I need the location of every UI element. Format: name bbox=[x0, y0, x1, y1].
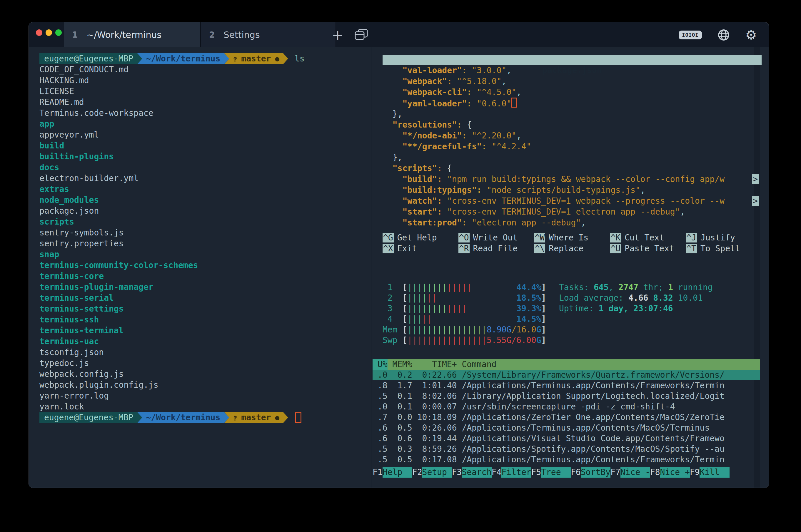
new-tab-button[interactable]: + bbox=[324, 22, 351, 47]
fkey-f6[interactable]: F6SortBy bbox=[571, 467, 611, 478]
fkey-f1[interactable]: F1Help bbox=[373, 467, 412, 478]
prompt-user-segment: eugene@Eugenes-MBP bbox=[39, 412, 142, 423]
tab-number: 2 bbox=[209, 30, 215, 40]
nano-shortcut-where-is[interactable]: ^WWhere Is bbox=[534, 232, 610, 243]
process-row[interactable]: .50.50:17.08/Applications/Terminus.app/C… bbox=[373, 454, 760, 465]
nano-line: "val-loader": "3.0.0", bbox=[383, 65, 762, 76]
nano-shortcut-exit[interactable]: ^XExit bbox=[383, 243, 459, 254]
prompt-path-segment: ~/Work/terminus bbox=[137, 412, 229, 423]
fkey-f7[interactable]: F7Nice - bbox=[611, 467, 650, 478]
fkey-f4[interactable]: F4Filter bbox=[492, 467, 532, 478]
process-row[interactable]: .60.60:19.44/Applications/Visual Studio … bbox=[373, 433, 760, 444]
fkey-f8[interactable]: F8Nice + bbox=[650, 467, 690, 478]
nano-line: }, bbox=[383, 152, 762, 163]
nano-shortcut-get-help[interactable]: ^GGet Help bbox=[383, 232, 459, 243]
nano-line: "start": "cross-env TERMINUS_DEV=1 elect… bbox=[383, 206, 762, 217]
nano-line: "*/node-abi": "^2.20.0", bbox=[383, 130, 762, 141]
process-table-header[interactable]: U% MEM% TIME+ Command bbox=[373, 359, 760, 370]
listing-file: sentry.properties bbox=[39, 238, 371, 249]
serial-ioioi-icon[interactable]: IOIOI bbox=[679, 31, 702, 39]
process-row[interactable]: .81.71:01.40/Applications/Terminus.app/C… bbox=[373, 380, 760, 391]
column-cpu[interactable]: U% bbox=[373, 359, 388, 370]
nano-line: "scripts": { bbox=[383, 163, 762, 174]
right-terminal-pane[interactable]: package.json GNU nano 4.5 "val-loader": … bbox=[371, 47, 769, 488]
listing-directory: terminus-serial bbox=[39, 292, 371, 303]
tab-bar: 1 ~/Work/terminus 2 Settings + IOIOI ⚙ bbox=[29, 22, 769, 47]
nano-line: "build:typings": "node scripts/build-typ… bbox=[383, 185, 762, 195]
column-command[interactable]: Command bbox=[457, 359, 760, 370]
process-row[interactable]: .00.10:00.07/usr/sbin/screencapture -pdi… bbox=[373, 401, 760, 412]
nano-shortcut-justify[interactable]: ^JJustify bbox=[686, 232, 762, 243]
nano-shortcut-paste-text[interactable]: ^UPaste Text bbox=[610, 243, 686, 254]
tab-settings[interactable]: 2 Settings bbox=[200, 22, 336, 47]
git-branch-icon bbox=[233, 55, 238, 63]
globe-icon[interactable] bbox=[717, 28, 730, 41]
tab-title: ~/Work/terminus bbox=[87, 30, 162, 40]
nano-line: "webpack": "^5.18.0", bbox=[383, 76, 762, 87]
fkey-f9[interactable]: F9Kill bbox=[690, 467, 729, 478]
nano-line: }, bbox=[383, 109, 762, 119]
listing-directory: snap bbox=[39, 249, 371, 260]
tab-work-terminus[interactable]: 1 ~/Work/terminus bbox=[64, 22, 200, 47]
terminal-cursor bbox=[295, 412, 301, 423]
fkey-f2[interactable]: F2Setup bbox=[412, 467, 452, 478]
listing-file: webpack.config.js bbox=[39, 368, 371, 379]
listing-directory: build bbox=[39, 140, 371, 151]
process-row[interactable]: .50.38:59.26/Applications/Spotify.app/Co… bbox=[373, 444, 760, 454]
listing-directory: terminus-settings bbox=[39, 303, 371, 314]
listing-directory: scripts bbox=[39, 216, 371, 227]
windows-overlap-icon[interactable] bbox=[352, 27, 370, 43]
nano-shortcut-read-file[interactable]: ^RRead File bbox=[459, 243, 534, 254]
process-row[interactable]: .70.010:18.09/Applications/ZeroTier One.… bbox=[373, 412, 760, 423]
git-dirty-dot: ● bbox=[275, 414, 279, 422]
htop-summary-line: Load average: 4.66 8.32 10.01 bbox=[559, 293, 713, 303]
column-time[interactable]: TIME+ bbox=[412, 359, 457, 370]
ls-output: CODE_OF_CONDUCT.mdHACKING.mdLICENSEREADM… bbox=[39, 64, 371, 412]
listing-directory: terminus-uac bbox=[39, 336, 371, 347]
settings-gear-icon[interactable]: ⚙ bbox=[745, 28, 757, 41]
nano-line: "build": "npm run build:typings && webpa… bbox=[383, 174, 762, 185]
nano-line: "start:prod": "electron app --debug", bbox=[383, 217, 762, 228]
process-row[interactable]: .00.20:22.66/System/Library/Frameworks/Q… bbox=[373, 370, 760, 380]
terminal-window: 1 ~/Work/terminus 2 Settings + IOIOI ⚙ bbox=[29, 22, 769, 488]
htop-fkey-bar: F1Help F2Setup F3SearchF4FilterF5Tree F6… bbox=[373, 467, 762, 478]
listing-file: typedoc.js bbox=[39, 358, 371, 368]
listing-file: sentry-symbols.js bbox=[39, 227, 371, 238]
left-terminal-pane[interactable]: eugene@Eugenes-MBP ~/Work/terminus maste… bbox=[29, 47, 371, 488]
listing-file: LICENSE bbox=[39, 86, 371, 97]
htop-section: 1 [|||||||||||||44.4%] 2 [||||||18.5%] 3… bbox=[383, 282, 762, 478]
process-row[interactable]: .50.18:02.06/Library/Application Support… bbox=[373, 391, 760, 401]
htop-summary-line: Tasks: 645, 2747 thr; 1 running bbox=[559, 282, 713, 293]
close-button[interactable] bbox=[36, 30, 42, 36]
listing-directory: docs bbox=[39, 162, 371, 173]
fkey-f5[interactable]: F5Tree bbox=[531, 467, 571, 478]
nano-shortcut-bar: ^GGet Help^OWrite Out^WWhere Is^KCut Tex… bbox=[383, 232, 762, 254]
git-dirty-dot: ● bbox=[275, 55, 279, 63]
htop-summary: Tasks: 645, 2747 thr; 1 runningLoad aver… bbox=[559, 282, 713, 314]
listing-file: HACKING.md bbox=[39, 75, 371, 86]
nano-shortcut-to-spell[interactable]: ^TTo Spell bbox=[686, 243, 762, 254]
listing-file: webpack.plugin.config.js bbox=[39, 379, 371, 390]
htop-meter: Mem[||||||||||||||||8.90G/16.0G] bbox=[383, 324, 762, 335]
nano-shortcut-write-out[interactable]: ^OWrite Out bbox=[459, 232, 534, 243]
htop-summary-line: Uptime: 1 day, 23:07:46 bbox=[559, 303, 713, 314]
column-mem[interactable]: MEM% bbox=[388, 359, 412, 370]
listing-directory: node_modules bbox=[39, 194, 371, 206]
listing-directory: terminus-community-color-schemes bbox=[39, 260, 371, 271]
zoom-button[interactable] bbox=[55, 30, 62, 36]
line-continues-marker: > bbox=[752, 174, 759, 184]
toolbar-icons: IOIOI ⚙ bbox=[679, 22, 757, 47]
nano-shortcut-replace[interactable]: ^\Replace bbox=[534, 243, 610, 254]
prompt-line-bottom: eugene@Eugenes-MBP ~/Work/terminus maste… bbox=[39, 412, 371, 423]
listing-file: tsconfig.json bbox=[39, 347, 371, 358]
listing-directory: builtin-plugins bbox=[39, 151, 371, 162]
listing-file: yarn-error.log bbox=[39, 390, 371, 401]
minimize-button[interactable] bbox=[45, 30, 52, 36]
nano-shortcut-cut-text[interactable]: ^KCut Text bbox=[610, 232, 686, 243]
fkey-f3[interactable]: F3Search bbox=[452, 467, 492, 478]
process-row[interactable]: .60.50:26.06/Applications/Terminus.app/C… bbox=[373, 423, 760, 433]
htop-meter: 4 [|||||14.5%] bbox=[383, 314, 762, 324]
listing-directory: terminus-terminal bbox=[39, 325, 371, 336]
nano-editor-body[interactable]: "val-loader": "3.0.0", "webpack": "^5.18… bbox=[383, 65, 762, 228]
htop-process-table: U% MEM% TIME+ Command .00.20:22.66/Syste… bbox=[373, 359, 760, 465]
